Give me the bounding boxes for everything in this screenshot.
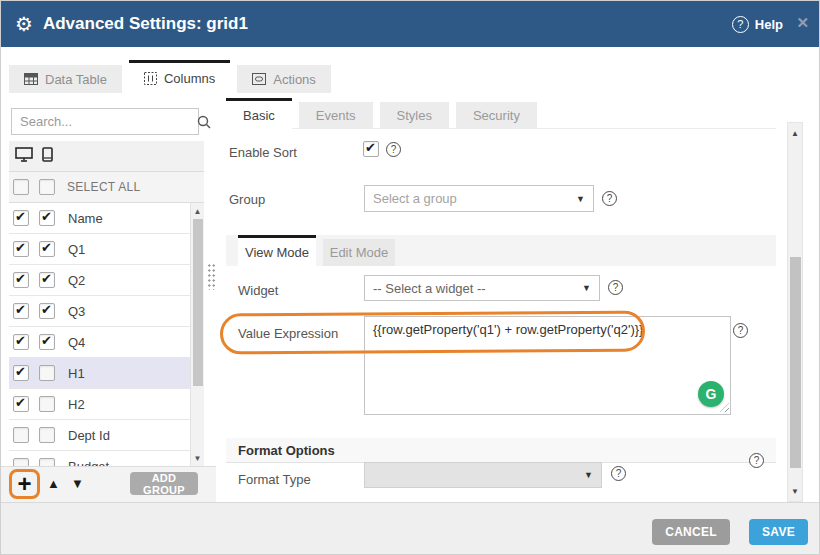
move-up-button[interactable]	[47, 476, 60, 491]
mobile-checkbox[interactable]	[39, 365, 55, 381]
help-icon	[732, 16, 749, 33]
scroll-down-icon[interactable]	[788, 483, 802, 499]
save-button[interactable]: SAVE	[749, 519, 808, 545]
column-label: Budget	[68, 459, 109, 467]
column-row[interactable]: H1	[9, 358, 190, 389]
desktop-checkbox[interactable]	[13, 210, 29, 226]
tab-columns[interactable]: Columns	[129, 60, 230, 93]
panel-scrollbar[interactable]	[787, 122, 803, 502]
group-select[interactable]: Select a group	[364, 185, 594, 212]
format-type-select[interactable]	[364, 462, 602, 488]
desktop-checkbox[interactable]	[13, 334, 29, 350]
column-label: Q2	[68, 273, 85, 288]
move-down-button[interactable]	[71, 476, 84, 491]
column-label: Q4	[68, 335, 85, 350]
scroll-down-icon[interactable]	[191, 451, 204, 465]
mobile-checkbox[interactable]	[39, 458, 55, 466]
close-icon[interactable]	[796, 14, 809, 32]
column-label: Dept Id	[68, 428, 110, 443]
tab-events[interactable]: Events	[299, 102, 373, 129]
desktop-checkbox[interactable]	[13, 396, 29, 412]
format-options-header: Format Options	[226, 438, 776, 463]
group-help-icon[interactable]	[602, 191, 617, 206]
mobile-checkbox[interactable]	[39, 272, 55, 288]
help-label: Help	[755, 17, 783, 32]
enable-sort-label: Enable Sort	[229, 145, 297, 160]
column-row[interactable]: Dept Id	[9, 420, 190, 451]
desktop-checkbox[interactable]	[13, 427, 29, 443]
tab-styles[interactable]: Styles	[380, 102, 449, 129]
desktop-checkbox[interactable]	[13, 272, 29, 288]
panel-splitter-handle[interactable]	[207, 263, 216, 290]
column-row[interactable]: Name	[9, 203, 190, 234]
search-box	[11, 108, 199, 135]
tab-label: Columns	[164, 71, 215, 86]
column-row[interactable]: Q3	[9, 296, 190, 327]
scrollbar-thumb[interactable]	[193, 219, 203, 386]
group-select-value: Select a group	[373, 191, 457, 206]
column-row[interactable]: Budget	[9, 451, 190, 466]
tab-edit-mode[interactable]: Edit Mode	[323, 239, 395, 266]
select-all-row[interactable]: SELECT ALL	[9, 172, 204, 203]
enable-sort-help-icon[interactable]	[386, 142, 401, 157]
tab-basic[interactable]: Basic	[226, 98, 292, 129]
mobile-checkbox[interactable]	[39, 241, 55, 257]
value-expression-label: Value Expression	[238, 326, 338, 341]
desktop-checkbox[interactable]	[13, 458, 29, 466]
tab-actions[interactable]: Actions	[237, 65, 331, 93]
table-icon	[24, 73, 38, 85]
mobile-checkbox[interactable]	[39, 210, 55, 226]
main-tab-bar: Data Table Columns Actions	[9, 60, 331, 93]
scroll-up-icon[interactable]	[788, 125, 802, 141]
add-group-button[interactable]: ADD GROUP	[130, 472, 198, 495]
value-expression-input[interactable]: {{row.getProperty('q1') + row.getPropert…	[364, 316, 731, 415]
value-expression-help-icon[interactable]	[733, 323, 748, 338]
annotation-plus-highlight	[9, 469, 40, 499]
widget-help-icon[interactable]	[608, 280, 623, 295]
columns-icon	[144, 72, 157, 85]
desktop-icon[interactable]	[15, 147, 33, 166]
desktop-checkbox[interactable]	[13, 241, 29, 257]
device-filter-row	[9, 141, 204, 172]
actions-icon	[252, 73, 266, 85]
desktop-checkbox[interactable]	[13, 303, 29, 319]
format-options-label: Format Options	[238, 443, 335, 458]
advanced-settings-dialog: ⚙ Advanced Settings: grid1 Help Data Tab…	[0, 0, 820, 555]
format-type-help-icon[interactable]	[611, 466, 626, 481]
select-all-desktop-checkbox[interactable]	[13, 179, 29, 195]
select-all-mobile-checkbox[interactable]	[39, 179, 55, 195]
scroll-up-icon[interactable]	[191, 204, 204, 218]
mobile-checkbox[interactable]	[39, 427, 55, 443]
column-row[interactable]: Q1	[9, 234, 190, 265]
columns-toolbar: ADD GROUP	[1, 466, 216, 502]
search-icon[interactable]	[196, 114, 212, 130]
enable-sort-checkbox[interactable]	[363, 141, 379, 157]
column-label: Q3	[68, 304, 85, 319]
format-options-help-icon[interactable]	[749, 453, 764, 468]
column-row[interactable]: Q4	[9, 327, 190, 358]
grammarly-icon[interactable]	[698, 381, 724, 407]
tab-data-table[interactable]: Data Table	[9, 65, 122, 93]
tab-security[interactable]: Security	[456, 102, 537, 129]
column-row[interactable]: H2	[9, 389, 190, 420]
dialog-header: ⚙ Advanced Settings: grid1 Help	[1, 1, 820, 47]
mobile-checkbox[interactable]	[39, 334, 55, 350]
tab-label: Actions	[273, 72, 316, 87]
mobile-icon[interactable]	[42, 147, 53, 166]
scrollbar-thumb[interactable]	[790, 257, 801, 468]
mobile-checkbox[interactable]	[39, 303, 55, 319]
columns-list-scrollbar[interactable]	[190, 203, 204, 466]
select-all-label: SELECT ALL	[67, 180, 141, 194]
tab-view-mode[interactable]: View Mode	[238, 235, 316, 266]
add-column-button[interactable]	[17, 474, 31, 494]
mobile-checkbox[interactable]	[39, 396, 55, 412]
help-link[interactable]: Help	[732, 1, 783, 47]
column-label: H2	[68, 397, 85, 412]
gear-icon: ⚙	[15, 14, 33, 34]
widget-select[interactable]: -- Select a widget --	[364, 275, 600, 301]
desktop-checkbox[interactable]	[13, 365, 29, 381]
tab-label: Data Table	[45, 72, 107, 87]
cancel-button[interactable]: CANCEL	[652, 519, 730, 545]
column-row[interactable]: Q2	[9, 265, 190, 296]
search-input[interactable]	[12, 114, 196, 129]
